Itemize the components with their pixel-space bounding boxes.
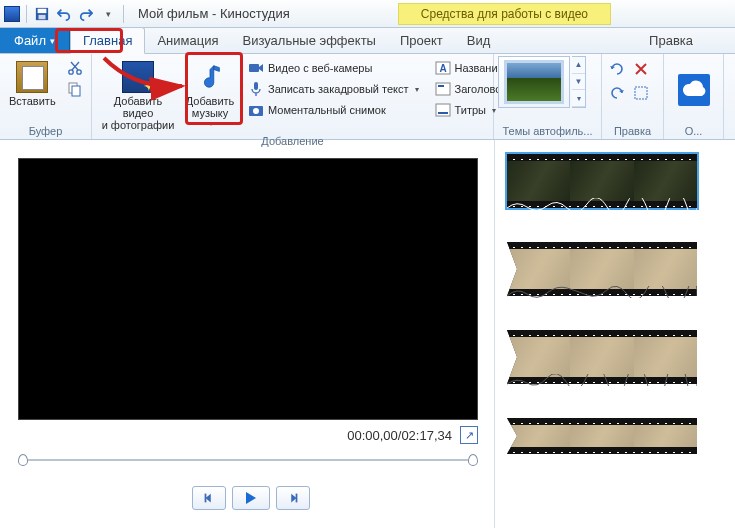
group-label: О... (668, 124, 719, 139)
title-bar: ▾ Мой фильм - Киностудия Средства для ра… (0, 0, 735, 28)
qat-separator (26, 5, 27, 23)
theme-thumbnail (504, 60, 564, 104)
svg-rect-1 (38, 8, 47, 12)
paste-icon (16, 61, 48, 93)
video-preview[interactable] (18, 158, 478, 420)
music-note-icon (194, 61, 226, 93)
file-tab[interactable]: Файл▾ (0, 28, 70, 53)
svg-rect-19 (296, 494, 298, 503)
tab-animation[interactable]: Анимация (145, 28, 230, 53)
add-video-photos-button[interactable]: Добавить видео и фотографии (96, 56, 180, 134)
copy-icon (67, 81, 83, 97)
slider-thumb-start[interactable] (18, 454, 28, 466)
undo-button[interactable] (55, 5, 73, 23)
svg-rect-2 (39, 14, 46, 18)
timeline-pane[interactable] (495, 140, 735, 528)
clip-item[interactable] (507, 330, 731, 384)
webcam-video-button[interactable]: Видео с веб-камеры (244, 58, 423, 78)
gallery-more-button[interactable]: ▾ (572, 90, 585, 107)
redo-button[interactable] (77, 5, 95, 23)
tab-effects[interactable]: Визуальные эффекты (230, 28, 387, 53)
group-share: О... (664, 54, 724, 139)
audio-waveform (507, 286, 697, 298)
seek-slider[interactable] (18, 452, 484, 468)
slider-track (18, 459, 474, 461)
title-icon: A (435, 60, 451, 76)
qat-separator (123, 5, 124, 23)
rotate-right-button[interactable] (606, 82, 628, 104)
captions-icon (435, 102, 451, 118)
workspace: 00:00,00/02:17,34 ↗ (0, 140, 735, 528)
save-button[interactable] (33, 5, 51, 23)
file-tab-label: Файл (14, 33, 46, 48)
tab-project[interactable]: Проект (388, 28, 455, 53)
record-narration-button[interactable]: Записать закадровый текст▾ (244, 79, 423, 99)
add-media-icon (122, 61, 154, 93)
clip-item[interactable] (507, 418, 731, 472)
svg-rect-13 (436, 83, 450, 95)
ribbon: Вставить Буфер Добавить видео и фотограф… (0, 54, 735, 140)
preview-pane: 00:00,00/02:17,34 ↗ (0, 140, 495, 528)
gallery-down-button[interactable]: ▼ (572, 74, 585, 91)
onedrive-button[interactable] (673, 69, 715, 111)
audio-waveform (507, 198, 697, 210)
svg-rect-18 (205, 494, 207, 503)
scissors-icon (67, 60, 83, 76)
svg-rect-15 (436, 104, 450, 116)
add-music-button[interactable]: Добавить музыку ▾ (182, 56, 238, 134)
chevron-down-icon: ▾ (50, 36, 55, 46)
group-edit: Правка (602, 54, 664, 139)
group-themes: ▲ ▼ ▾ Темы автофиль... (494, 54, 602, 139)
copy-button[interactable] (63, 79, 87, 99)
window-title: Мой фильм - Киностудия (138, 6, 290, 21)
svg-rect-17 (635, 87, 647, 99)
svg-point-10 (253, 108, 259, 114)
group-label: Темы автофиль... (498, 124, 597, 139)
group-add: Добавить видео и фотографии Добавить муз… (92, 54, 494, 139)
themes-gallery-controls: ▲ ▼ ▾ (572, 56, 586, 108)
group-label: Правка (606, 124, 659, 139)
group-label: Буфер (4, 124, 87, 139)
snapshot-button[interactable]: Моментальный снимок (244, 100, 423, 120)
microphone-icon (248, 81, 264, 97)
chevron-down-icon: ▾ (209, 119, 213, 128)
select-all-button[interactable] (630, 82, 652, 104)
svg-rect-8 (254, 82, 258, 90)
webcam-icon (248, 60, 264, 76)
delete-button[interactable] (630, 58, 652, 80)
svg-rect-7 (249, 64, 259, 72)
qat-customize[interactable]: ▾ (99, 5, 117, 23)
chevron-down-icon: ▾ (415, 85, 419, 94)
camera-icon (248, 102, 264, 118)
tab-home[interactable]: Главная (70, 27, 145, 54)
svg-rect-6 (72, 86, 80, 96)
heading-icon (435, 81, 451, 97)
tabs-row: Файл▾ Главная Анимация Визуальные эффект… (0, 28, 735, 54)
cut-button[interactable] (63, 58, 87, 78)
tab-edit[interactable]: Правка (607, 28, 735, 53)
clip-item[interactable] (507, 242, 731, 296)
edit-tools-grid (606, 58, 652, 104)
gallery-up-button[interactable]: ▲ (572, 57, 585, 74)
svg-rect-14 (438, 85, 444, 87)
svg-rect-16 (438, 112, 448, 114)
audio-waveform (507, 374, 697, 386)
svg-point-3 (68, 70, 72, 74)
play-button[interactable] (232, 486, 270, 510)
rotate-left-button[interactable] (606, 58, 628, 80)
themes-gallery[interactable] (498, 56, 570, 108)
svg-point-4 (76, 70, 80, 74)
next-frame-button[interactable] (276, 486, 310, 510)
svg-text:A: A (439, 63, 446, 74)
group-label: Добавление (96, 134, 489, 149)
clip-item[interactable] (507, 154, 731, 208)
tab-view[interactable]: Вид (455, 28, 503, 53)
group-clipboard: Вставить Буфер (0, 54, 92, 139)
app-icon (4, 6, 20, 22)
prev-frame-button[interactable] (192, 486, 226, 510)
slider-thumb-end[interactable] (468, 454, 478, 466)
paste-button[interactable]: Вставить (4, 56, 61, 124)
fullscreen-button[interactable]: ↗ (460, 426, 478, 444)
playback-controls (18, 486, 484, 510)
contextual-tab-label: Средства для работы с видео (398, 3, 611, 25)
